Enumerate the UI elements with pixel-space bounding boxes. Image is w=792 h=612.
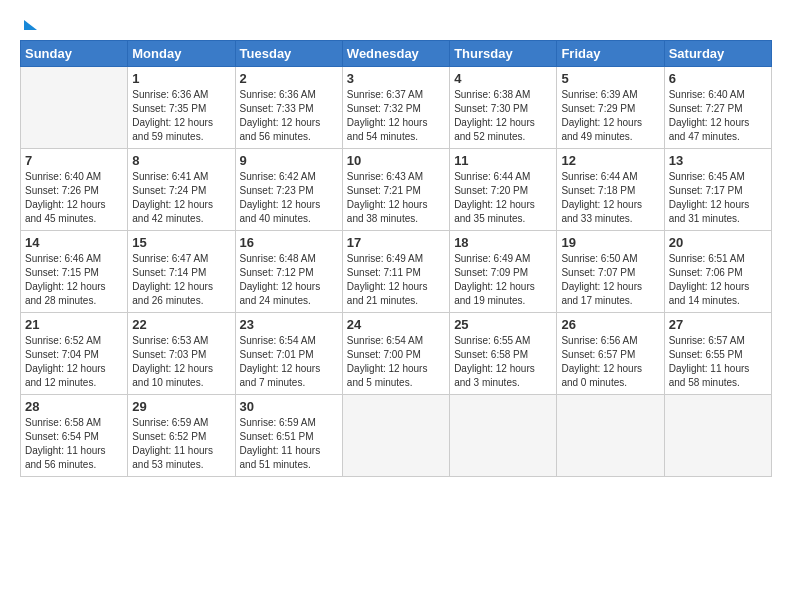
header-row: Sunday Monday Tuesday Wednesday Thursday…: [21, 41, 772, 67]
table-row: 22Sunrise: 6:53 AM Sunset: 7:03 PM Dayli…: [128, 313, 235, 395]
day-info: Sunrise: 6:49 AM Sunset: 7:09 PM Dayligh…: [454, 252, 552, 308]
day-number: 5: [561, 71, 659, 86]
day-info: Sunrise: 6:43 AM Sunset: 7:21 PM Dayligh…: [347, 170, 445, 226]
day-number: 21: [25, 317, 123, 332]
calendar-body: 1Sunrise: 6:36 AM Sunset: 7:35 PM Daylig…: [21, 67, 772, 477]
table-row: 7Sunrise: 6:40 AM Sunset: 7:26 PM Daylig…: [21, 149, 128, 231]
table-row: 28Sunrise: 6:58 AM Sunset: 6:54 PM Dayli…: [21, 395, 128, 477]
day-info: Sunrise: 6:59 AM Sunset: 6:51 PM Dayligh…: [240, 416, 338, 472]
day-number: 30: [240, 399, 338, 414]
day-number: 29: [132, 399, 230, 414]
table-row: 18Sunrise: 6:49 AM Sunset: 7:09 PM Dayli…: [450, 231, 557, 313]
table-row: [21, 67, 128, 149]
day-info: Sunrise: 6:54 AM Sunset: 7:00 PM Dayligh…: [347, 334, 445, 390]
table-row: [450, 395, 557, 477]
day-info: Sunrise: 6:45 AM Sunset: 7:17 PM Dayligh…: [669, 170, 767, 226]
table-row: 30Sunrise: 6:59 AM Sunset: 6:51 PM Dayli…: [235, 395, 342, 477]
day-info: Sunrise: 6:36 AM Sunset: 7:33 PM Dayligh…: [240, 88, 338, 144]
day-info: Sunrise: 6:41 AM Sunset: 7:24 PM Dayligh…: [132, 170, 230, 226]
day-info: Sunrise: 6:49 AM Sunset: 7:11 PM Dayligh…: [347, 252, 445, 308]
col-tuesday: Tuesday: [235, 41, 342, 67]
table-row: 2Sunrise: 6:36 AM Sunset: 7:33 PM Daylig…: [235, 67, 342, 149]
day-number: 24: [347, 317, 445, 332]
week-row: 1Sunrise: 6:36 AM Sunset: 7:35 PM Daylig…: [21, 67, 772, 149]
table-row: [664, 395, 771, 477]
day-info: Sunrise: 6:40 AM Sunset: 7:26 PM Dayligh…: [25, 170, 123, 226]
day-number: 8: [132, 153, 230, 168]
day-number: 18: [454, 235, 552, 250]
week-row: 21Sunrise: 6:52 AM Sunset: 7:04 PM Dayli…: [21, 313, 772, 395]
logo-arrow-icon: [24, 20, 37, 30]
day-info: Sunrise: 6:52 AM Sunset: 7:04 PM Dayligh…: [25, 334, 123, 390]
day-number: 11: [454, 153, 552, 168]
day-info: Sunrise: 6:39 AM Sunset: 7:29 PM Dayligh…: [561, 88, 659, 144]
day-info: Sunrise: 6:46 AM Sunset: 7:15 PM Dayligh…: [25, 252, 123, 308]
table-row: 12Sunrise: 6:44 AM Sunset: 7:18 PM Dayli…: [557, 149, 664, 231]
day-number: 26: [561, 317, 659, 332]
week-row: 7Sunrise: 6:40 AM Sunset: 7:26 PM Daylig…: [21, 149, 772, 231]
table-row: 3Sunrise: 6:37 AM Sunset: 7:32 PM Daylig…: [342, 67, 449, 149]
day-number: 28: [25, 399, 123, 414]
week-row: 28Sunrise: 6:58 AM Sunset: 6:54 PM Dayli…: [21, 395, 772, 477]
day-number: 19: [561, 235, 659, 250]
table-row: 1Sunrise: 6:36 AM Sunset: 7:35 PM Daylig…: [128, 67, 235, 149]
day-info: Sunrise: 6:48 AM Sunset: 7:12 PM Dayligh…: [240, 252, 338, 308]
col-friday: Friday: [557, 41, 664, 67]
day-number: 3: [347, 71, 445, 86]
day-info: Sunrise: 6:42 AM Sunset: 7:23 PM Dayligh…: [240, 170, 338, 226]
table-row: 5Sunrise: 6:39 AM Sunset: 7:29 PM Daylig…: [557, 67, 664, 149]
day-number: 17: [347, 235, 445, 250]
day-info: Sunrise: 6:51 AM Sunset: 7:06 PM Dayligh…: [669, 252, 767, 308]
day-number: 16: [240, 235, 338, 250]
col-thursday: Thursday: [450, 41, 557, 67]
day-number: 2: [240, 71, 338, 86]
col-monday: Monday: [128, 41, 235, 67]
table-row: 13Sunrise: 6:45 AM Sunset: 7:17 PM Dayli…: [664, 149, 771, 231]
day-number: 14: [25, 235, 123, 250]
table-row: [342, 395, 449, 477]
day-info: Sunrise: 6:50 AM Sunset: 7:07 PM Dayligh…: [561, 252, 659, 308]
day-info: Sunrise: 6:53 AM Sunset: 7:03 PM Dayligh…: [132, 334, 230, 390]
day-number: 12: [561, 153, 659, 168]
table-row: 25Sunrise: 6:55 AM Sunset: 6:58 PM Dayli…: [450, 313, 557, 395]
day-number: 4: [454, 71, 552, 86]
header: [20, 18, 772, 30]
table-row: 23Sunrise: 6:54 AM Sunset: 7:01 PM Dayli…: [235, 313, 342, 395]
day-info: Sunrise: 6:38 AM Sunset: 7:30 PM Dayligh…: [454, 88, 552, 144]
day-info: Sunrise: 6:57 AM Sunset: 6:55 PM Dayligh…: [669, 334, 767, 390]
day-info: Sunrise: 6:47 AM Sunset: 7:14 PM Dayligh…: [132, 252, 230, 308]
day-number: 7: [25, 153, 123, 168]
day-number: 15: [132, 235, 230, 250]
table-row: 4Sunrise: 6:38 AM Sunset: 7:30 PM Daylig…: [450, 67, 557, 149]
table-row: 16Sunrise: 6:48 AM Sunset: 7:12 PM Dayli…: [235, 231, 342, 313]
day-number: 10: [347, 153, 445, 168]
table-row: 29Sunrise: 6:59 AM Sunset: 6:52 PM Dayli…: [128, 395, 235, 477]
week-row: 14Sunrise: 6:46 AM Sunset: 7:15 PM Dayli…: [21, 231, 772, 313]
day-number: 9: [240, 153, 338, 168]
table-row: 15Sunrise: 6:47 AM Sunset: 7:14 PM Dayli…: [128, 231, 235, 313]
table-row: 19Sunrise: 6:50 AM Sunset: 7:07 PM Dayli…: [557, 231, 664, 313]
day-number: 1: [132, 71, 230, 86]
day-info: Sunrise: 6:56 AM Sunset: 6:57 PM Dayligh…: [561, 334, 659, 390]
col-sunday: Sunday: [21, 41, 128, 67]
day-number: 27: [669, 317, 767, 332]
day-info: Sunrise: 6:40 AM Sunset: 7:27 PM Dayligh…: [669, 88, 767, 144]
day-number: 23: [240, 317, 338, 332]
table-row: [557, 395, 664, 477]
table-row: 11Sunrise: 6:44 AM Sunset: 7:20 PM Dayli…: [450, 149, 557, 231]
day-info: Sunrise: 6:58 AM Sunset: 6:54 PM Dayligh…: [25, 416, 123, 472]
logo: [20, 18, 37, 30]
page: Sunday Monday Tuesday Wednesday Thursday…: [0, 0, 792, 612]
day-number: 25: [454, 317, 552, 332]
table-row: 17Sunrise: 6:49 AM Sunset: 7:11 PM Dayli…: [342, 231, 449, 313]
day-number: 20: [669, 235, 767, 250]
table-row: 10Sunrise: 6:43 AM Sunset: 7:21 PM Dayli…: [342, 149, 449, 231]
table-row: 9Sunrise: 6:42 AM Sunset: 7:23 PM Daylig…: [235, 149, 342, 231]
day-info: Sunrise: 6:54 AM Sunset: 7:01 PM Dayligh…: [240, 334, 338, 390]
day-number: 22: [132, 317, 230, 332]
day-number: 13: [669, 153, 767, 168]
day-number: 6: [669, 71, 767, 86]
table-row: 26Sunrise: 6:56 AM Sunset: 6:57 PM Dayli…: [557, 313, 664, 395]
table-row: 20Sunrise: 6:51 AM Sunset: 7:06 PM Dayli…: [664, 231, 771, 313]
day-info: Sunrise: 6:36 AM Sunset: 7:35 PM Dayligh…: [132, 88, 230, 144]
